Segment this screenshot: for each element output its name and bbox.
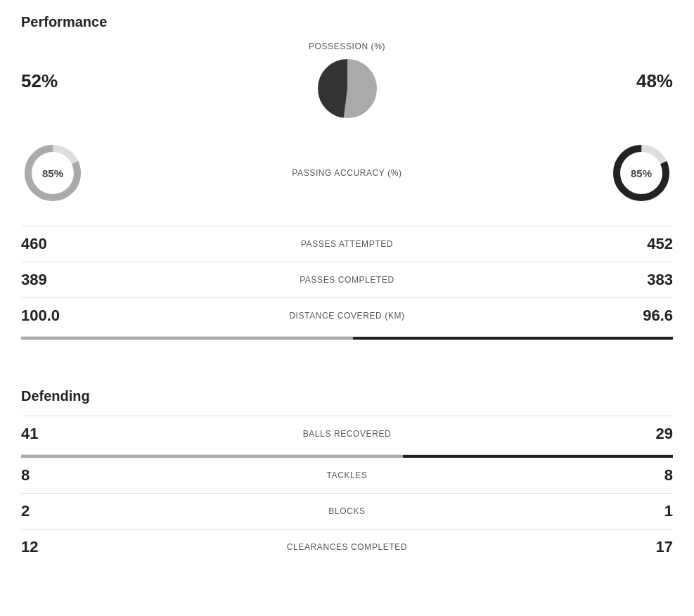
stat-right-value: 452 (617, 235, 673, 253)
passing-accuracy-left-chart: 85% (21, 141, 84, 205)
passing-accuracy-row: 85% PASSING ACCURACY (%) 85% (21, 141, 673, 205)
stat-right-value: 1 (617, 502, 673, 520)
stat-label: CLEARANCES COMPLETED (77, 542, 617, 552)
bar-left (21, 455, 403, 458)
defending-section: Defending 41BALLS RECOVERED298TACKLES82B… (21, 388, 673, 565)
passing-accuracy-right-chart: 85% (610, 141, 673, 205)
stat-row: 100.0DISTANCE COVERED (KM)96.6 (21, 297, 673, 333)
performance-stats: 460PASSES ATTEMPTED452389PASSES COMPLETE… (21, 226, 673, 333)
bar-right (403, 455, 673, 458)
possession-right-value: 48% (603, 70, 673, 92)
performance-title: Performance (21, 14, 673, 30)
passing-accuracy-left-value: 85% (42, 167, 63, 179)
distance-bar (21, 336, 673, 339)
stat-right-value: 383 (617, 271, 673, 289)
possession-pie-chart (316, 57, 379, 120)
stat-label: PASSES ATTEMPTED (77, 239, 617, 249)
stat-left-value: 41 (21, 425, 77, 443)
possession-chart-wrapper: POSSESSION (%) (91, 41, 603, 120)
stat-row: 389PASSES COMPLETED383 (21, 262, 673, 297)
stat-right-value: 29 (617, 425, 673, 443)
passing-accuracy-left: 85% (21, 141, 105, 205)
stat-label: BALLS RECOVERED (77, 429, 617, 439)
defending-stats: 41BALLS RECOVERED298TACKLES82BLOCKS112CL… (21, 416, 673, 565)
passing-accuracy-right-value: 85% (631, 167, 652, 179)
possession-label: POSSESSION (%) (309, 41, 385, 51)
stat-left-value: 2 (21, 502, 77, 520)
stat-left-value: 12 (21, 538, 77, 556)
stat-left-value: 460 (21, 235, 77, 253)
possession-row: 52% POSSESSION (%) 48% (21, 41, 673, 120)
distance-bar-left (21, 337, 353, 340)
stat-left-value: 389 (21, 271, 77, 289)
stat-bar (21, 454, 673, 457)
distance-bar-right (353, 337, 673, 340)
performance-section: Performance 52% POSSESSION (%) 48% 85% P… (21, 14, 673, 339)
stat-row: 2BLOCKS1 (21, 493, 673, 529)
passing-accuracy-label: PASSING ACCURACY (%) (105, 168, 589, 178)
section-gap (21, 339, 673, 381)
stat-row: 12CLEARANCES COMPLETED17 (21, 529, 673, 565)
possession-left-value: 52% (21, 70, 91, 92)
stat-right-value: 96.6 (617, 307, 673, 325)
stat-row: 41BALLS RECOVERED29 (21, 416, 673, 451)
passing-accuracy-right: 85% (589, 141, 673, 205)
stat-right-value: 8 (617, 466, 673, 485)
stat-label: BLOCKS (77, 506, 617, 516)
stat-label: PASSES COMPLETED (77, 275, 617, 285)
stat-left-value: 8 (21, 466, 77, 485)
stat-row: 8TACKLES8 (21, 457, 673, 493)
stat-right-value: 17 (617, 538, 673, 556)
stat-left-value: 100.0 (21, 307, 77, 325)
defending-title: Defending (21, 388, 673, 404)
stat-row: 460PASSES ATTEMPTED452 (21, 226, 673, 262)
stat-label: TACKLES (77, 470, 617, 480)
stat-label: DISTANCE COVERED (KM) (77, 311, 617, 321)
